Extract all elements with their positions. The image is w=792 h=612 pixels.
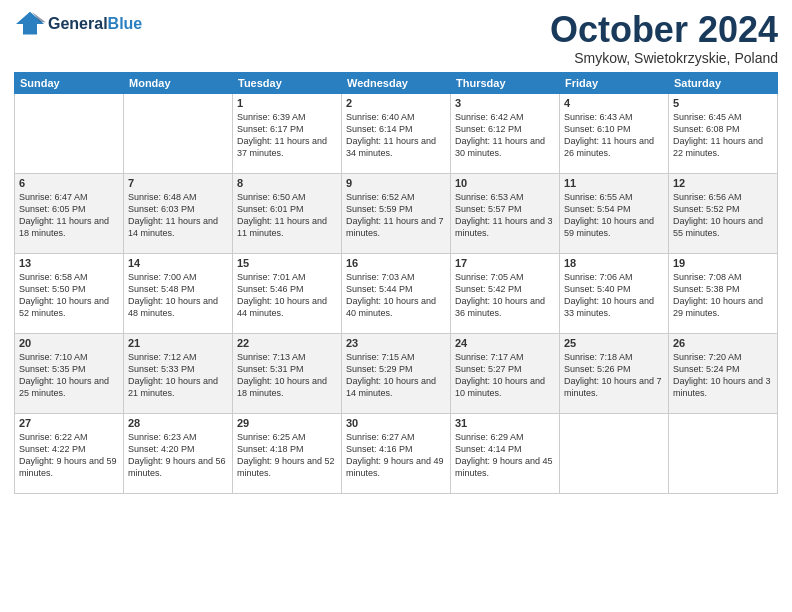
day-number: 24 [455,337,555,349]
day-number: 14 [128,257,228,269]
calendar-cell: 13Sunrise: 6:58 AM Sunset: 5:50 PM Dayli… [15,253,124,333]
svg-marker-0 [16,12,44,35]
calendar-cell [560,413,669,493]
day-info: Sunrise: 6:22 AM Sunset: 4:22 PM Dayligh… [19,431,119,480]
day-info: Sunrise: 6:42 AM Sunset: 6:12 PM Dayligh… [455,111,555,160]
calendar-header-saturday: Saturday [669,72,778,93]
calendar-cell: 6Sunrise: 6:47 AM Sunset: 6:05 PM Daylig… [15,173,124,253]
day-info: Sunrise: 6:56 AM Sunset: 5:52 PM Dayligh… [673,191,773,240]
calendar-cell: 28Sunrise: 6:23 AM Sunset: 4:20 PM Dayli… [124,413,233,493]
day-info: Sunrise: 6:23 AM Sunset: 4:20 PM Dayligh… [128,431,228,480]
day-number: 3 [455,97,555,109]
day-info: Sunrise: 6:48 AM Sunset: 6:03 PM Dayligh… [128,191,228,240]
calendar-cell: 7Sunrise: 6:48 AM Sunset: 6:03 PM Daylig… [124,173,233,253]
day-info: Sunrise: 6:55 AM Sunset: 5:54 PM Dayligh… [564,191,664,240]
day-number: 25 [564,337,664,349]
calendar-cell: 20Sunrise: 7:10 AM Sunset: 5:35 PM Dayli… [15,333,124,413]
day-number: 21 [128,337,228,349]
calendar-table: SundayMondayTuesdayWednesdayThursdayFrid… [14,72,778,494]
day-number: 1 [237,97,337,109]
day-number: 9 [346,177,446,189]
day-number: 23 [346,337,446,349]
day-info: Sunrise: 7:03 AM Sunset: 5:44 PM Dayligh… [346,271,446,320]
calendar-week-4: 20Sunrise: 7:10 AM Sunset: 5:35 PM Dayli… [15,333,778,413]
day-number: 8 [237,177,337,189]
day-info: Sunrise: 7:00 AM Sunset: 5:48 PM Dayligh… [128,271,228,320]
day-info: Sunrise: 7:15 AM Sunset: 5:29 PM Dayligh… [346,351,446,400]
day-info: Sunrise: 7:12 AM Sunset: 5:33 PM Dayligh… [128,351,228,400]
day-number: 15 [237,257,337,269]
day-number: 31 [455,417,555,429]
day-info: Sunrise: 7:10 AM Sunset: 5:35 PM Dayligh… [19,351,119,400]
calendar-cell [15,93,124,173]
calendar-cell: 24Sunrise: 7:17 AM Sunset: 5:27 PM Dayli… [451,333,560,413]
calendar-cell: 30Sunrise: 6:27 AM Sunset: 4:16 PM Dayli… [342,413,451,493]
day-number: 17 [455,257,555,269]
day-info: Sunrise: 7:20 AM Sunset: 5:24 PM Dayligh… [673,351,773,400]
day-info: Sunrise: 6:25 AM Sunset: 4:18 PM Dayligh… [237,431,337,480]
day-info: Sunrise: 6:40 AM Sunset: 6:14 PM Dayligh… [346,111,446,160]
calendar-cell: 17Sunrise: 7:05 AM Sunset: 5:42 PM Dayli… [451,253,560,333]
calendar-header-sunday: Sunday [15,72,124,93]
calendar-cell: 9Sunrise: 6:52 AM Sunset: 5:59 PM Daylig… [342,173,451,253]
logo-blue: Blue [108,15,143,32]
calendar-cell: 2Sunrise: 6:40 AM Sunset: 6:14 PM Daylig… [342,93,451,173]
day-info: Sunrise: 6:52 AM Sunset: 5:59 PM Dayligh… [346,191,446,240]
day-info: Sunrise: 6:39 AM Sunset: 6:17 PM Dayligh… [237,111,337,160]
day-number: 6 [19,177,119,189]
calendar-cell: 27Sunrise: 6:22 AM Sunset: 4:22 PM Dayli… [15,413,124,493]
day-number: 26 [673,337,773,349]
day-number: 5 [673,97,773,109]
calendar-cell: 11Sunrise: 6:55 AM Sunset: 5:54 PM Dayli… [560,173,669,253]
day-info: Sunrise: 6:29 AM Sunset: 4:14 PM Dayligh… [455,431,555,480]
day-info: Sunrise: 7:08 AM Sunset: 5:38 PM Dayligh… [673,271,773,320]
calendar-cell [124,93,233,173]
calendar-header-tuesday: Tuesday [233,72,342,93]
calendar-cell: 25Sunrise: 7:18 AM Sunset: 5:26 PM Dayli… [560,333,669,413]
calendar-header-monday: Monday [124,72,233,93]
day-info: Sunrise: 7:13 AM Sunset: 5:31 PM Dayligh… [237,351,337,400]
page: GeneralBlue October 2024 Smykow, Swietok… [0,0,792,612]
calendar-header-wednesday: Wednesday [342,72,451,93]
day-number: 7 [128,177,228,189]
day-info: Sunrise: 6:45 AM Sunset: 6:08 PM Dayligh… [673,111,773,160]
day-number: 30 [346,417,446,429]
day-number: 10 [455,177,555,189]
day-number: 18 [564,257,664,269]
day-number: 11 [564,177,664,189]
day-info: Sunrise: 6:27 AM Sunset: 4:16 PM Dayligh… [346,431,446,480]
logo: GeneralBlue [14,10,142,38]
location: Smykow, Swietokrzyskie, Poland [550,50,778,66]
day-info: Sunrise: 6:43 AM Sunset: 6:10 PM Dayligh… [564,111,664,160]
day-info: Sunrise: 7:01 AM Sunset: 5:46 PM Dayligh… [237,271,337,320]
day-info: Sunrise: 7:06 AM Sunset: 5:40 PM Dayligh… [564,271,664,320]
calendar-cell: 18Sunrise: 7:06 AM Sunset: 5:40 PM Dayli… [560,253,669,333]
day-info: Sunrise: 7:17 AM Sunset: 5:27 PM Dayligh… [455,351,555,400]
day-number: 12 [673,177,773,189]
day-info: Sunrise: 7:18 AM Sunset: 5:26 PM Dayligh… [564,351,664,400]
logo-icon [14,10,46,38]
title-block: October 2024 Smykow, Swietokrzyskie, Pol… [550,10,778,66]
calendar-cell: 22Sunrise: 7:13 AM Sunset: 5:31 PM Dayli… [233,333,342,413]
day-number: 28 [128,417,228,429]
calendar-cell: 12Sunrise: 6:56 AM Sunset: 5:52 PM Dayli… [669,173,778,253]
calendar-cell: 16Sunrise: 7:03 AM Sunset: 5:44 PM Dayli… [342,253,451,333]
day-number: 4 [564,97,664,109]
day-info: Sunrise: 6:47 AM Sunset: 6:05 PM Dayligh… [19,191,119,240]
calendar-cell: 4Sunrise: 6:43 AM Sunset: 6:10 PM Daylig… [560,93,669,173]
calendar-cell: 31Sunrise: 6:29 AM Sunset: 4:14 PM Dayli… [451,413,560,493]
day-info: Sunrise: 7:05 AM Sunset: 5:42 PM Dayligh… [455,271,555,320]
day-number: 16 [346,257,446,269]
day-number: 29 [237,417,337,429]
day-number: 19 [673,257,773,269]
calendar-cell: 1Sunrise: 6:39 AM Sunset: 6:17 PM Daylig… [233,93,342,173]
day-number: 13 [19,257,119,269]
calendar-cell [669,413,778,493]
calendar-week-1: 1Sunrise: 6:39 AM Sunset: 6:17 PM Daylig… [15,93,778,173]
day-number: 22 [237,337,337,349]
calendar-header-friday: Friday [560,72,669,93]
calendar-cell: 23Sunrise: 7:15 AM Sunset: 5:29 PM Dayli… [342,333,451,413]
calendar-cell: 21Sunrise: 7:12 AM Sunset: 5:33 PM Dayli… [124,333,233,413]
calendar-cell: 8Sunrise: 6:50 AM Sunset: 6:01 PM Daylig… [233,173,342,253]
calendar-cell: 5Sunrise: 6:45 AM Sunset: 6:08 PM Daylig… [669,93,778,173]
